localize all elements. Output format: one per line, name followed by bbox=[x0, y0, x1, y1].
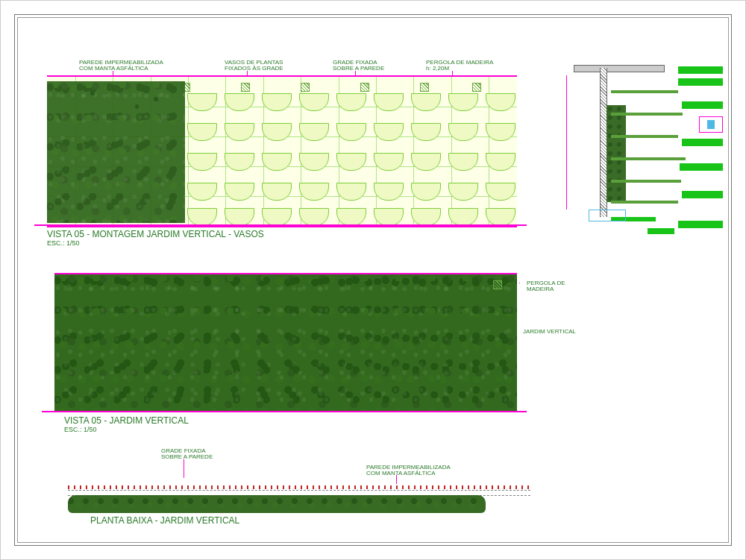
view2-vertical-garden bbox=[54, 273, 517, 412]
legend-greenbar bbox=[648, 228, 674, 234]
view1-title: VISTA 05 - MONTAGEM JARDIM VERTICAL - VA… bbox=[47, 229, 264, 239]
callout-jardim: JARDIM VERTICAL bbox=[523, 329, 576, 335]
legend-greenbar bbox=[678, 66, 723, 74]
baseline-view2 bbox=[42, 411, 527, 412]
section-detail bbox=[559, 60, 693, 232]
view3-plan bbox=[68, 476, 530, 514]
pergola-slat bbox=[611, 180, 681, 183]
legend-greenbar bbox=[678, 78, 723, 86]
pergola-slat bbox=[611, 113, 683, 116]
hatch-icon bbox=[360, 83, 369, 92]
view3-title: PLANTA BAIXA - JARDIM VERTICAL bbox=[90, 515, 239, 526]
view2-scale: ESC.: 1/50 bbox=[64, 426, 97, 433]
hatch-icon bbox=[301, 83, 310, 92]
plant-cluster bbox=[54, 84, 181, 114]
wall-hatch-icon bbox=[68, 485, 530, 489]
legend-greenbar bbox=[682, 101, 723, 109]
legend-greenbar bbox=[682, 139, 723, 146]
hatch-icon bbox=[241, 83, 250, 92]
leader-plan-1 bbox=[184, 459, 184, 478]
hatch-icon bbox=[493, 280, 502, 289]
callout-text: COM MANTA ASFÁLTICA bbox=[79, 65, 148, 72]
legend-greenbar bbox=[680, 163, 723, 171]
callout-pergola-v2: PERGOLA DE MADEIRA bbox=[527, 280, 565, 293]
legend-greenbar bbox=[678, 221, 723, 228]
callout-text: FIXADOS ÀS GRADE bbox=[225, 65, 283, 72]
callout-parede-plan: PAREDE IMPERMEABILIZADA COM MANTA ASFÁLT… bbox=[366, 465, 451, 477]
pergola-slat bbox=[611, 157, 686, 160]
dim-line bbox=[566, 75, 567, 210]
detail-box-icon bbox=[589, 210, 626, 221]
callout-text: h: 2,20M bbox=[426, 65, 449, 72]
planting-foliage bbox=[54, 274, 517, 412]
drawing-sheet: PAREDE IMPERMEABILIZADA COM MANTA ASFÁLT… bbox=[0, 0, 746, 560]
view1-vertical-garden-assembly bbox=[47, 75, 517, 227]
leader bbox=[519, 283, 520, 283]
callout-pergola: PERGOLA DE MADEIRA h: 2,20M bbox=[426, 60, 493, 72]
mini-detail bbox=[699, 116, 723, 133]
callout-text: SOBRE A PAREDE bbox=[161, 453, 213, 460]
view1-scale: ESC.: 1/50 bbox=[47, 239, 80, 247]
callout-parede: PAREDE IMPERMEABILIZADA COM MANTA ASFÁLT… bbox=[79, 60, 163, 72]
view2-title: VISTA 05 - JARDIM VERTICAL bbox=[64, 415, 189, 426]
callout-text: SOBRE A PAREDE bbox=[333, 65, 384, 72]
planting-foliage-detail bbox=[606, 105, 626, 202]
hatch-icon bbox=[420, 83, 429, 92]
callout-grade: GRADE FIXADA SOBRE A PAREDE bbox=[333, 60, 384, 72]
pergola-slat bbox=[611, 90, 678, 93]
planting-foliage-plan bbox=[68, 495, 486, 513]
pergola-slat bbox=[611, 201, 678, 204]
pergola-slat bbox=[611, 135, 678, 138]
baseline-view1 bbox=[34, 224, 527, 226]
callout-vasos: VASOS DE PLANTAS FIXADOS ÀS GRADE bbox=[225, 60, 283, 72]
legend-greenbar bbox=[682, 191, 723, 198]
callout-text: MADEIRA bbox=[527, 286, 554, 292]
hatch-icon bbox=[472, 83, 481, 92]
callout-grade-plan: GRADE FIXADA SOBRE A PAREDE bbox=[161, 448, 213, 461]
pergola-beam bbox=[574, 65, 665, 72]
mini-detail-fill bbox=[707, 120, 715, 129]
